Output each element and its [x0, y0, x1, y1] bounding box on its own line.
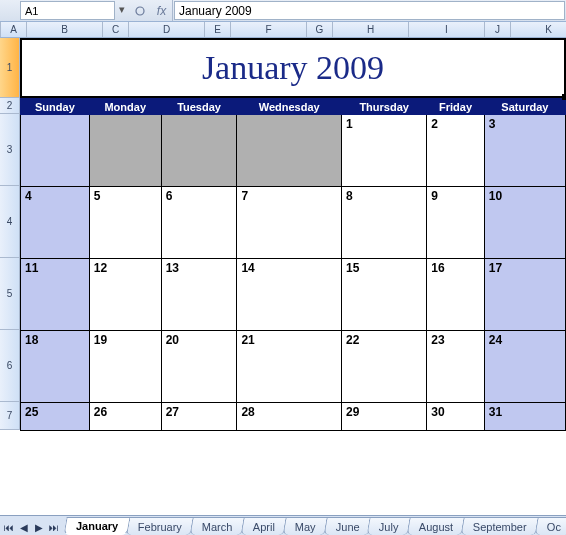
sheet-tab-march[interactable]: March [190, 517, 246, 535]
fx-icon[interactable]: fx [151, 0, 173, 21]
sheet-tab-label: June [336, 521, 360, 533]
svg-point-0 [136, 7, 144, 15]
calendar-cell[interactable]: 29 [341, 403, 426, 431]
column-header-I[interactable]: I [409, 22, 485, 37]
row-header-1[interactable]: 1 [0, 38, 20, 98]
expand-formula-icon[interactable] [129, 0, 151, 21]
sheet-tab-may[interactable]: May [282, 517, 328, 535]
tab-nav-first-icon[interactable]: ⏮ [2, 520, 16, 534]
day-header: Sunday [21, 99, 90, 115]
column-header-K[interactable]: K [511, 22, 566, 37]
calendar-cell[interactable]: 17 [484, 259, 565, 331]
formula-bar: A1 ▾ fx [0, 0, 566, 22]
sheet-tab-label: Oc [547, 521, 561, 533]
day-header: Wednesday [237, 99, 342, 115]
calendar-cell[interactable]: 12 [89, 259, 161, 331]
formula-input[interactable] [174, 1, 565, 20]
calendar-cell[interactable]: 9 [427, 187, 484, 259]
sheet-tab-august[interactable]: August [406, 517, 465, 535]
row-header-2[interactable]: 2 [0, 98, 20, 114]
sheet-tab-label: May [295, 521, 316, 533]
sheet-tab-label: March [202, 521, 233, 533]
calendar-cell[interactable]: 14 [237, 259, 342, 331]
calendar-cell[interactable]: 1 [341, 115, 426, 187]
sheet-tab-label: February [138, 521, 182, 533]
column-headers: ABCDEFGHIJKLMN [0, 22, 566, 38]
calendar-cell[interactable]: 19 [89, 331, 161, 403]
row-header-6[interactable]: 6 [0, 330, 20, 402]
sheet-tab-february[interactable]: February [126, 517, 195, 535]
calendar-cell[interactable]: 5 [89, 187, 161, 259]
sheet-tab-april[interactable]: April [240, 517, 287, 535]
column-header-J[interactable]: J [485, 22, 511, 37]
row-headers: 1234567 [0, 38, 20, 431]
calendar-cell[interactable]: 13 [161, 259, 237, 331]
day-header: Tuesday [161, 99, 237, 115]
sheet-tab-september[interactable]: September [461, 517, 540, 535]
sheet-tab-label: July [379, 521, 399, 533]
sheet-tab-january[interactable]: January [63, 517, 130, 535]
sheet-area[interactable]: January 2009 SundayMondayTuesdayWednesda… [20, 38, 566, 431]
calendar-cell[interactable]: 28 [237, 403, 342, 431]
calendar-cell[interactable]: 21 [237, 331, 342, 403]
calendar-cell[interactable]: 20 [161, 331, 237, 403]
calendar-cell[interactable] [21, 115, 90, 187]
calendar-cell[interactable]: 18 [21, 331, 90, 403]
calendar-cell[interactable] [237, 115, 342, 187]
column-header-E[interactable]: E [205, 22, 231, 37]
sheet-tab-july[interactable]: July [367, 517, 412, 535]
calendar-cell[interactable] [161, 115, 237, 187]
tab-nav-next-icon[interactable]: ▶ [32, 520, 46, 534]
calendar-cell[interactable]: 31 [484, 403, 565, 431]
calendar-cell[interactable]: 4 [21, 187, 90, 259]
column-header-D[interactable]: D [129, 22, 205, 37]
calendar-cell[interactable]: 25 [21, 403, 90, 431]
column-header-H[interactable]: H [333, 22, 409, 37]
sheet-tab-label: January [76, 520, 118, 532]
calendar-cell[interactable]: 8 [341, 187, 426, 259]
day-header: Saturday [484, 99, 565, 115]
sheet-tab-june[interactable]: June [323, 517, 372, 535]
calendar-cell[interactable]: 16 [427, 259, 484, 331]
column-header-F[interactable]: F [231, 22, 307, 37]
day-header: Friday [427, 99, 484, 115]
calendar-cell[interactable]: 22 [341, 331, 426, 403]
name-box-value: A1 [25, 5, 38, 17]
calendar-cell[interactable]: 24 [484, 331, 565, 403]
calendar-cell[interactable]: 26 [89, 403, 161, 431]
calendar-cell[interactable]: 3 [484, 115, 565, 187]
tab-nav-prev-icon[interactable]: ◀ [17, 520, 31, 534]
day-header: Thursday [341, 99, 426, 115]
row-header-4[interactable]: 4 [0, 186, 20, 258]
calendar-cell[interactable]: 10 [484, 187, 565, 259]
sheet-tab-bar: ⏮ ◀ ▶ ⏭ JanuaryFebruaryMarchAprilMayJune… [0, 515, 566, 535]
sheet-tab-oc[interactable]: Oc [534, 517, 566, 535]
row-header-3[interactable]: 3 [0, 114, 20, 186]
name-box[interactable]: A1 [20, 1, 115, 20]
calendar-cell[interactable]: 30 [427, 403, 484, 431]
calendar-cell[interactable]: 11 [21, 259, 90, 331]
calendar-cell[interactable]: 6 [161, 187, 237, 259]
row-header-5[interactable]: 5 [0, 258, 20, 330]
column-header-A[interactable]: A [1, 22, 27, 37]
calendar-table[interactable]: SundayMondayTuesdayWednesdayThursdayFrid… [20, 98, 566, 431]
sheet-tab-label: April [253, 521, 275, 533]
calendar-cell[interactable]: 27 [161, 403, 237, 431]
calendar-cell[interactable]: 7 [237, 187, 342, 259]
column-header-B[interactable]: B [27, 22, 103, 37]
calendar-cell[interactable]: 23 [427, 331, 484, 403]
sheet-tab-label: September [473, 521, 527, 533]
tab-nav-last-icon[interactable]: ⏭ [47, 520, 61, 534]
calendar-title: January 2009 [202, 49, 384, 87]
day-header: Monday [89, 99, 161, 115]
sheet-tab-label: August [419, 521, 453, 533]
row-header-7[interactable]: 7 [0, 402, 20, 430]
calendar-cell[interactable]: 15 [341, 259, 426, 331]
column-header-G[interactable]: G [307, 22, 333, 37]
calendar-title-cell[interactable]: January 2009 [20, 38, 566, 98]
column-header-C[interactable]: C [103, 22, 129, 37]
calendar-cell[interactable] [89, 115, 161, 187]
name-box-dropdown-icon[interactable]: ▾ [115, 0, 129, 18]
calendar-cell[interactable]: 2 [427, 115, 484, 187]
